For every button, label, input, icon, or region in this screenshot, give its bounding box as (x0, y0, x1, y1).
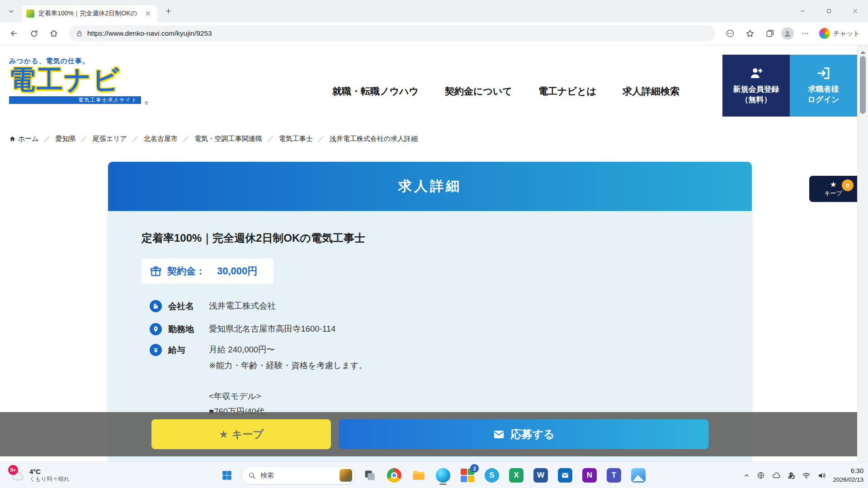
nav-link-job-search[interactable]: 求人詳細検索 (623, 85, 679, 98)
breadcrumb-home[interactable]: ホーム (9, 135, 39, 143)
field-row-salary: ¥ 給与 月給 240,000円〜 ※能力・年齢・経験・資格を考慮します。 (150, 344, 367, 372)
windows-logo-icon (221, 469, 233, 481)
notification-count-badge: 9+ (8, 465, 18, 475)
collections-icon[interactable] (761, 25, 778, 42)
taskbar-search[interactable]: 検索 (241, 466, 355, 484)
chrome-icon[interactable] (384, 465, 404, 485)
copilot-button[interactable]: チャット (819, 28, 860, 39)
tab-favicon (26, 9, 34, 18)
copilot-icon (819, 28, 830, 39)
excel-icon[interactable]: X (506, 465, 526, 485)
mail-icon (493, 428, 505, 441)
nav-link-about[interactable]: 電工ナビとは (538, 85, 596, 98)
skype-icon[interactable]: S (482, 465, 502, 485)
site-info-lock-icon[interactable] (76, 30, 83, 37)
microsoft365-icon[interactable]: 2 (458, 465, 477, 485)
sticky-action-bar: ★ キープ 応募する (0, 412, 857, 456)
minimize-button[interactable] (789, 0, 816, 22)
weather-desc: くもり時々晴れ (29, 475, 70, 483)
breadcrumb-separator: ／ (132, 135, 139, 143)
close-button[interactable] (842, 0, 868, 22)
profile-avatar[interactable] (781, 27, 794, 40)
photos-icon[interactable] (628, 465, 648, 485)
field-label: 会社名 (168, 300, 209, 312)
nav-link-bonus[interactable]: 契約金について (445, 85, 512, 98)
home-button[interactable] (45, 25, 62, 42)
keep-widget-label: キープ (824, 189, 842, 197)
tray-chevron-up-icon[interactable] (743, 472, 750, 479)
breadcrumb-category[interactable]: 電気・空調工事関連職 (194, 135, 262, 143)
refresh-button[interactable] (25, 25, 42, 42)
registered-mark: ® (145, 100, 148, 106)
breadcrumb: ホーム ／ 愛知県 ／ 尾張エリア ／ 北名古屋市 ／ 電気・空調工事関連職 ／… (9, 135, 418, 143)
onenote-icon[interactable]: N (580, 465, 599, 485)
tab-close-icon[interactable] (143, 9, 153, 19)
page-scrollbar[interactable] (857, 45, 868, 462)
new-tab-button[interactable] (161, 4, 175, 19)
weather-widget[interactable]: 9+ 4°C くもり時々晴れ (6, 462, 73, 488)
settings-more-icon[interactable] (797, 25, 814, 42)
browser-toolbar: https://www.denko-navi.com/kyujin/9253 チ… (0, 22, 868, 45)
bonus-box: 契約金： 30,000円 (142, 258, 274, 284)
work-location: 愛知県北名古屋市高田寺1600-114 (209, 323, 335, 335)
apply-button[interactable]: 応募する (339, 419, 708, 449)
wifi-icon[interactable] (802, 471, 811, 480)
browser-tab-strip: 定着率100%｜完全週休2日制OKの (0, 0, 868, 22)
login-button[interactable]: 求職者様ログイン (790, 55, 857, 117)
register-button[interactable]: 新規会員登録（無料） (722, 55, 790, 117)
favorites-star-icon[interactable] (741, 25, 759, 42)
outlook-icon[interactable] (555, 465, 575, 485)
search-placeholder: 検索 (260, 471, 335, 480)
job-title: 定着率100%｜完全週休2日制OKの電気工事士 (142, 231, 365, 245)
location-pin-icon (150, 323, 162, 335)
search-highlight-image[interactable] (340, 469, 352, 482)
person-plus-icon (749, 66, 764, 80)
field-label: 勤務地 (168, 323, 209, 335)
maximize-button[interactable] (816, 0, 842, 22)
clock-time: 6:30 (833, 467, 863, 476)
page-viewport: みつかる、電気の仕事。 電工ナビ 電気工事士求人サイト ® 就職・転職ノウハウ … (0, 45, 868, 462)
keep-widget[interactable]: ★ キープ 0 (809, 176, 857, 202)
system-tray: あ 6:30 2026/02/13 (743, 462, 863, 488)
browser-tab[interactable]: 定着率100%｜完全週休2日制OKの (22, 5, 157, 22)
building-icon (150, 300, 162, 312)
extensions-icon[interactable] (722, 25, 739, 42)
onedrive-cloud-icon[interactable] (772, 471, 781, 480)
breadcrumb-jobtype[interactable]: 電気工事士 (279, 135, 313, 143)
taskbar-clock[interactable]: 6:30 2026/02/13 (833, 467, 863, 484)
home-icon (9, 136, 16, 142)
ime-indicator[interactable]: あ (788, 471, 795, 480)
back-button[interactable] (5, 25, 23, 42)
network-globe-icon[interactable] (757, 471, 765, 479)
volume-icon[interactable] (817, 471, 826, 480)
breadcrumb-city[interactable]: 北名古屋市 (144, 135, 178, 143)
breadcrumb-pref[interactable]: 愛知県 (56, 135, 76, 143)
word-icon[interactable]: W (531, 465, 551, 485)
site-logo-text: 電工ナビ (9, 66, 149, 94)
field-label: 給与 (168, 344, 209, 356)
breadcrumb-separator: ／ (318, 135, 325, 143)
breadcrumb-separator: ／ (81, 135, 88, 143)
teams-icon[interactable]: T (604, 465, 624, 485)
keep-button[interactable]: ★ キープ (151, 419, 331, 449)
scrollbar-thumb[interactable] (860, 56, 866, 114)
address-bar[interactable]: https://www.denko-navi.com/kyujin/9253 (69, 25, 715, 42)
nav-link-knowhow[interactable]: 就職・転職ノウハウ (332, 85, 419, 98)
keep-count-badge: 0 (842, 179, 854, 191)
breadcrumb-area[interactable]: 尾張エリア (93, 135, 127, 143)
file-explorer-icon[interactable] (409, 465, 429, 485)
task-view-icon[interactable] (360, 465, 380, 485)
scrollbar-up-arrow-icon[interactable] (860, 48, 866, 54)
site-logo-subtitle: 電気工事士求人サイト (9, 96, 141, 104)
search-icon (248, 472, 256, 479)
edge-icon[interactable] (433, 465, 453, 485)
clock-date: 2026/02/13 (833, 476, 863, 484)
salary-note: ※能力・年齢・経験・資格を考慮します。 (209, 360, 367, 372)
salary-model-title: <年収モデル> (209, 389, 264, 404)
tab-list-chevron-icon[interactable] (4, 4, 19, 19)
taskbar: 9+ 4°C くもり時々晴れ 検索 (0, 462, 868, 488)
start-button[interactable] (217, 465, 237, 485)
site-nav: 就職・転職ノウハウ 契約金について 電工ナビとは 求人詳細検索 (332, 85, 679, 98)
site-logo[interactable]: みつかる、電気の仕事。 電工ナビ 電気工事士求人サイト ® (9, 57, 149, 104)
keep-star-icon: ★ (830, 181, 836, 188)
